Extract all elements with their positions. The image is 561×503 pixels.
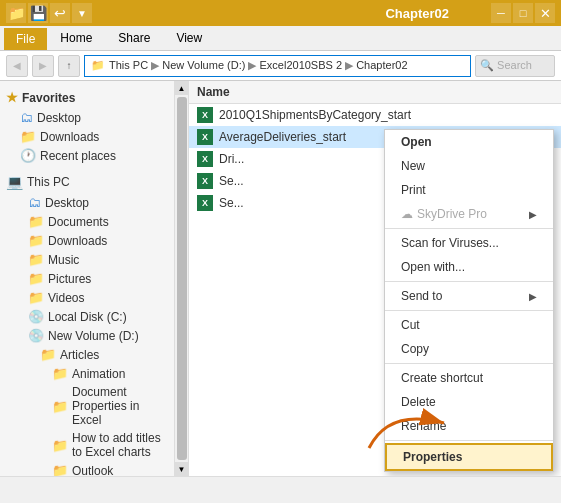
folder-icon: 🕐 (20, 148, 36, 163)
cm-new[interactable]: New (385, 154, 553, 178)
folder-icon: 📁 (52, 399, 68, 414)
favorites-label: Favorites (22, 91, 75, 105)
status-bar (0, 476, 561, 498)
back-button[interactable]: ◀ (6, 55, 28, 77)
scroll-thumb[interactable] (177, 97, 187, 460)
sidebar-item-downloads[interactable]: 📁 Downloads (0, 127, 174, 146)
arrow-icon: ▶ (529, 291, 537, 302)
name-column-header: Name (197, 85, 230, 99)
up-button[interactable]: ↑ (58, 55, 80, 77)
label: Documents (48, 215, 109, 229)
folder-icon: 📁 (28, 233, 44, 248)
quick-access-dropdown[interactable]: ▼ (72, 3, 92, 23)
disk-icon: 💿 (28, 328, 44, 343)
cm-skydrive[interactable]: ☁ SkyDrive Pro ▶ (385, 202, 553, 226)
disk-icon: 💿 (28, 309, 44, 324)
sidebar-item-animation[interactable]: 📁 Animation (0, 364, 174, 383)
cm-separator (385, 440, 553, 441)
cm-open-label: Open (401, 135, 432, 149)
cm-sendto[interactable]: Send to ▶ (385, 284, 553, 308)
address-bar: ◀ ▶ ↑ 📁 This PC ▶ New Volume (D:) ▶ Exce… (0, 51, 561, 81)
sidebar-item-docprops[interactable]: 📁 Document Properties in Excel (0, 383, 174, 429)
cm-new-label: New (401, 159, 425, 173)
label: Desktop (45, 196, 89, 210)
sidebar-item-downloads2[interactable]: 📁 Downloads (0, 231, 174, 250)
cm-openwith[interactable]: Open with... (385, 255, 553, 279)
cm-sendto-label: Send to (401, 289, 442, 303)
sidebar-item-articles[interactable]: 📁 Articles (0, 345, 174, 364)
excel-icon: X (197, 195, 213, 211)
tab-view[interactable]: View (163, 26, 215, 50)
cm-separator (385, 228, 553, 229)
sidebar-favorites-header[interactable]: ★ Favorites (0, 87, 174, 108)
ribbon-tabs: File Home Share View (0, 26, 561, 51)
close-button[interactable]: ✕ (535, 3, 555, 23)
forward-button[interactable]: ▶ (32, 55, 54, 77)
tab-home[interactable]: Home (47, 26, 105, 50)
sidebar-scrollbar[interactable]: ▲ ▼ (175, 81, 189, 476)
label: Outlook (72, 464, 113, 477)
scroll-down[interactable]: ▼ (175, 462, 189, 476)
sidebar-item-outlook[interactable]: 📁 Outlook (0, 461, 174, 476)
cm-separator (385, 281, 553, 282)
label: Articles (60, 348, 99, 362)
title-bar: 📁 💾 ↩ ▼ Chapter02 ─ □ ✕ (0, 0, 561, 26)
cm-print[interactable]: Print (385, 178, 553, 202)
arrow-icon: ▶ (529, 209, 537, 220)
folder-icon: 📁 (28, 271, 44, 286)
search-button[interactable]: 🔍 Search (475, 55, 555, 77)
sidebar-item-recent[interactable]: 🕐 Recent places (0, 146, 174, 165)
file-name: 2010Q1ShipmentsByCategory_start (219, 108, 411, 122)
cm-rename[interactable]: Rename (385, 414, 553, 438)
window-title: Chapter02 (94, 6, 489, 21)
sidebar-thispc-header[interactable]: 💻 This PC (0, 171, 174, 193)
folder-icon: 📁 (52, 366, 68, 381)
path-text: This PC ▶ New Volume (D:) ▶ Excel2010SBS… (109, 59, 408, 72)
cm-shortcut-label: Create shortcut (401, 371, 483, 385)
scroll-up[interactable]: ▲ (175, 81, 189, 95)
folder-icon: 🗂 (28, 195, 41, 210)
cm-cut[interactable]: Cut (385, 313, 553, 337)
sidebar-item-addtitles[interactable]: 📁 How to add titles to Excel charts (0, 429, 174, 461)
sidebar-item-desktop2[interactable]: 🗂 Desktop (0, 193, 174, 212)
sidebar-item-localdisk[interactable]: 💿 Local Disk (C:) (0, 307, 174, 326)
file-name: Dri... (219, 152, 244, 166)
tab-share[interactable]: Share (105, 26, 163, 50)
folder-icon: 🗂 (20, 110, 33, 125)
quick-access-save[interactable]: 💾 (28, 3, 48, 23)
sidebar-desktop-label: Desktop (37, 111, 81, 125)
folder-icon: 📁 (28, 214, 44, 229)
address-path[interactable]: 📁 This PC ▶ New Volume (D:) ▶ Excel2010S… (84, 55, 471, 77)
excel-icon: X (197, 107, 213, 123)
cm-delete[interactable]: Delete (385, 390, 553, 414)
quick-access-folder[interactable]: 📁 (6, 3, 26, 23)
label: New Volume (D:) (48, 329, 139, 343)
cm-copy[interactable]: Copy (385, 337, 553, 361)
folder-icon: 📁 (20, 129, 36, 144)
tab-file[interactable]: File (4, 28, 47, 50)
sidebar-item-music[interactable]: 📁 Music (0, 250, 174, 269)
excel-icon: X (197, 173, 213, 189)
sidebar-item-pictures[interactable]: 📁 Pictures (0, 269, 174, 288)
folder-icon: 📁 (28, 290, 44, 305)
quick-access-undo[interactable]: ↩ (50, 3, 70, 23)
cm-scan[interactable]: Scan for Viruses... (385, 231, 553, 255)
label: Animation (72, 367, 125, 381)
cm-properties[interactable]: Properties (385, 443, 553, 471)
folder-icon: 📁 (52, 463, 68, 476)
maximize-button[interactable]: □ (513, 3, 533, 23)
sidebar-item-videos[interactable]: 📁 Videos (0, 288, 174, 307)
cm-shortcut[interactable]: Create shortcut (385, 366, 553, 390)
sidebar-recent-label: Recent places (40, 149, 116, 163)
sidebar-item-newvolume[interactable]: 💿 New Volume (D:) (0, 326, 174, 345)
folder-icon: 📁 (40, 347, 56, 362)
cm-delete-label: Delete (401, 395, 436, 409)
label: Videos (48, 291, 84, 305)
file-item[interactable]: X 2010Q1ShipmentsByCategory_start (189, 104, 561, 126)
cm-open[interactable]: Open (385, 130, 553, 154)
sidebar-item-desktop[interactable]: 🗂 Desktop (0, 108, 174, 127)
sidebar-item-documents[interactable]: 📁 Documents (0, 212, 174, 231)
folder-icon: 📁 (52, 438, 68, 453)
file-name: Se... (219, 174, 244, 188)
minimize-button[interactable]: ─ (491, 3, 511, 23)
